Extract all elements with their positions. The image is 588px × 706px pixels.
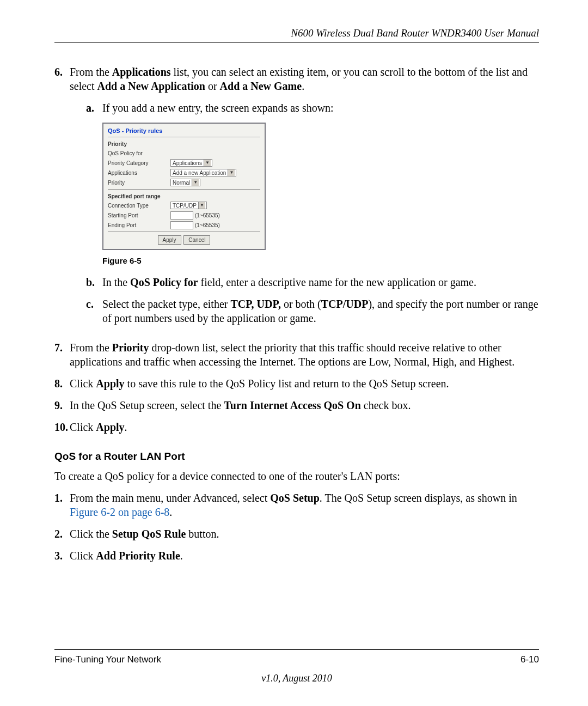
- figure-caption: Figure 6-5: [102, 255, 539, 266]
- footer-page-number: 6-10: [520, 654, 539, 665]
- step-number: 1.: [54, 491, 70, 519]
- text: .: [302, 80, 304, 92]
- text: or: [205, 80, 220, 92]
- text: Click: [70, 421, 96, 433]
- hint: (1~65535): [195, 212, 220, 219]
- footer-rule: [54, 649, 539, 650]
- text: In the: [102, 276, 130, 288]
- label: Ending Port: [108, 222, 170, 229]
- step-number: 6.: [54, 65, 70, 333]
- step-6: 6. From the Applications list, you can s…: [54, 65, 539, 333]
- step-6b: b. In the QoS Policy for field, enter a …: [86, 275, 539, 289]
- fig-section-priority: Priority: [108, 141, 260, 148]
- select-value: TCP/UDP: [173, 202, 197, 209]
- bold-text: TCP/UDP: [321, 298, 369, 310]
- label: Starting Port: [108, 212, 170, 219]
- bold-text: QoS Setup: [270, 492, 320, 504]
- text: In the QoS Setup screen, select the: [70, 399, 224, 411]
- page-footer: Fine-Tuning Your Network 6-10 v1.0, Augu…: [54, 645, 539, 684]
- row-priority-category: Priority Category Applications ▼: [108, 159, 260, 167]
- substep-letter: b.: [86, 275, 102, 289]
- text: check box.: [361, 399, 411, 411]
- step-8: 8. Click Apply to save this rule to the …: [54, 376, 539, 391]
- row-ending-port: Ending Port (1~65535): [108, 221, 260, 229]
- text: Click the: [70, 528, 112, 540]
- step-number: 3.: [54, 549, 70, 563]
- text: button.: [186, 528, 219, 540]
- subheading-qos-lan-port: QoS for a Router LAN Port: [54, 451, 539, 462]
- text: field, enter a descriptive name for the …: [198, 276, 476, 288]
- substep-body: If you add a new entry, the screen expan…: [102, 101, 539, 115]
- substep-letter: a.: [86, 101, 102, 115]
- substep-list: a. If you add a new entry, the screen ex…: [70, 101, 539, 115]
- text: From the: [70, 342, 112, 354]
- bold-text: Apply: [96, 421, 124, 433]
- step-6c: c. Select the packet type, either TCP, U…: [86, 297, 539, 325]
- text: to save this rule to the QoS Policy list…: [125, 378, 449, 389]
- hint: (1~65535): [195, 222, 220, 229]
- text: Select the packet type, either: [102, 298, 230, 310]
- priority-select[interactable]: Normal ▼: [170, 179, 200, 186]
- bold-text: Add Priority Rule: [96, 550, 180, 562]
- step-6a: a. If you add a new entry, the screen ex…: [86, 101, 539, 115]
- label: QoS Policy for: [108, 150, 170, 157]
- cancel-button[interactable]: Cancel: [183, 235, 210, 245]
- step-body: From the main menu, under Advanced, sele…: [70, 491, 539, 519]
- substep-body: Select the packet type, either TCP, UDP,…: [102, 297, 539, 325]
- step-number: 8.: [54, 376, 70, 391]
- step-10: 10. Click Apply.: [54, 420, 539, 434]
- label: Priority Category: [108, 160, 170, 167]
- substep-list-cont: b. In the QoS Policy for field, enter a …: [70, 275, 539, 325]
- row-starting-port: Starting Port (1~65535): [108, 211, 260, 220]
- substep-letter: c.: [86, 297, 102, 325]
- text: .: [169, 506, 172, 518]
- apply-button[interactable]: Apply: [158, 235, 181, 245]
- connection-type-select[interactable]: TCP/UDP ▼: [170, 202, 207, 209]
- lan-step-2: 2. Click the Setup QoS Rule button.: [54, 527, 539, 541]
- step-body: Click Add Priority Rule.: [70, 549, 539, 563]
- figure-6-5: QoS - Priority rules Priority QoS Policy…: [102, 123, 266, 250]
- bold-text: Apply: [96, 378, 124, 389]
- step-7: 7. From the Priority drop-down list, sel…: [54, 340, 539, 369]
- text: Click: [70, 378, 96, 389]
- bold-text: Setup QoS Rule: [112, 528, 186, 540]
- qos-priority-rules-screenshot: QoS - Priority rules Priority QoS Policy…: [102, 123, 266, 250]
- starting-port-input[interactable]: [170, 211, 193, 220]
- bold-text: Add a New Application: [97, 80, 205, 92]
- label: Priority: [108, 179, 170, 186]
- main-step-list: 6. From the Applications list, you can s…: [54, 65, 539, 434]
- divider: [108, 137, 260, 137]
- footer-version: v1.0, August 2010: [54, 673, 539, 684]
- step-number: 9.: [54, 398, 70, 412]
- bold-text: QoS Policy for: [130, 276, 198, 288]
- chevron-down-icon: ▼: [198, 202, 205, 209]
- row-applications: Applications Add a new Application ▼: [108, 168, 260, 177]
- intro-paragraph: To create a QoS policy for a device conn…: [54, 469, 539, 483]
- row-qos-policy-for: QoS Policy for: [108, 149, 260, 157]
- step-number: 10.: [54, 420, 70, 434]
- step-body: From the Priority drop-down list, select…: [70, 340, 539, 369]
- priority-category-select[interactable]: Applications ▼: [170, 159, 212, 167]
- bold-text: TCP, UDP,: [230, 298, 280, 310]
- figure-6-2-link[interactable]: Figure 6-2 on page 6-8: [70, 506, 169, 518]
- row-priority: Priority Normal ▼: [108, 178, 260, 187]
- step-9: 9. In the QoS Setup screen, select the T…: [54, 398, 539, 412]
- applications-select[interactable]: Add a new Application ▼: [170, 169, 236, 176]
- select-value: Normal: [173, 179, 190, 186]
- lan-step-list: 1. From the main menu, under Advanced, s…: [54, 491, 539, 563]
- text: From the: [70, 66, 112, 78]
- select-value: Applications: [173, 160, 202, 167]
- figure-title: QoS - Priority rules: [108, 127, 260, 135]
- step-body: Click Apply to save this rule to the QoS…: [70, 376, 539, 391]
- bold-text: Applications: [112, 66, 171, 78]
- fig-section-port-range: Specified port range: [108, 193, 260, 200]
- step-number: 7.: [54, 340, 70, 369]
- text: or both (: [281, 298, 321, 310]
- row-connection-type: Connection Type TCP/UDP ▼: [108, 201, 260, 210]
- bold-text: Add a New Game: [220, 80, 302, 92]
- substep-body: In the QoS Policy for field, enter a des…: [102, 275, 539, 289]
- ending-port-input[interactable]: [170, 221, 193, 229]
- step-number: 2.: [54, 527, 70, 541]
- chevron-down-icon: ▼: [228, 169, 235, 176]
- divider: [108, 232, 260, 232]
